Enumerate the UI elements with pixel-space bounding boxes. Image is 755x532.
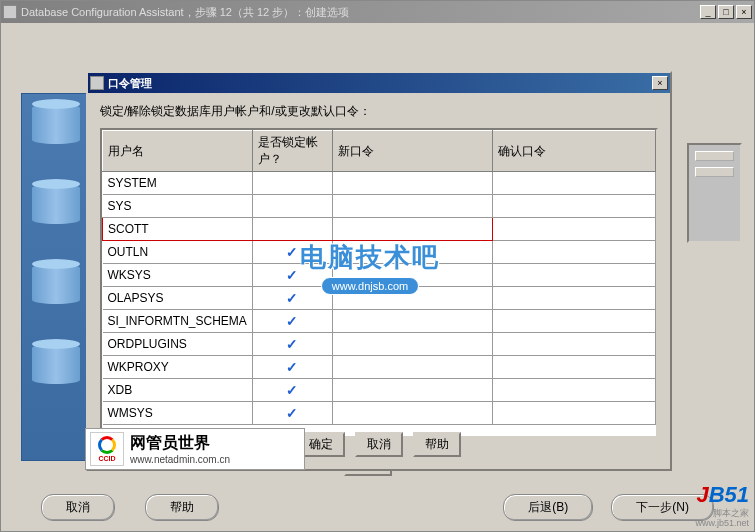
- maximize-button[interactable]: □: [718, 5, 734, 19]
- cell-confirm-password[interactable]: [492, 287, 655, 310]
- cell-username[interactable]: XDB: [103, 379, 253, 402]
- cell-new-password[interactable]: [332, 310, 492, 333]
- column-header-confirm-password[interactable]: 确认口令: [492, 131, 655, 172]
- check-icon: ✓: [258, 405, 327, 421]
- cell-new-password[interactable]: [332, 218, 492, 241]
- cell-username[interactable]: SI_INFORMTN_SCHEMA: [103, 310, 253, 333]
- jb51-b: B51: [709, 482, 749, 507]
- cell-new-password[interactable]: [332, 287, 492, 310]
- password-management-dialog: 口令管理 × 锁定/解除锁定数据库用户帐户和/或更改默认口令： 用户名 是否锁定…: [86, 71, 672, 471]
- check-icon: ✓: [258, 290, 327, 306]
- cell-locked[interactable]: ✓: [252, 310, 332, 333]
- watermark-brand: 网管员世界: [130, 433, 230, 454]
- cell-new-password[interactable]: [332, 195, 492, 218]
- table-row[interactable]: ORDPLUGINS✓: [103, 333, 656, 356]
- cell-locked[interactable]: ✓: [252, 379, 332, 402]
- table-row[interactable]: OLAPSYS✓: [103, 287, 656, 310]
- cell-new-password[interactable]: [332, 241, 492, 264]
- side-panel: [687, 143, 742, 243]
- jb51-j: J: [696, 482, 708, 507]
- column-header-locked[interactable]: 是否锁定帐户？: [252, 131, 332, 172]
- dialog-close-button[interactable]: ×: [652, 76, 668, 90]
- cell-locked[interactable]: [252, 195, 332, 218]
- check-icon: ✓: [258, 313, 327, 329]
- jb51-url: www.jb51.net: [695, 518, 749, 528]
- cell-username[interactable]: ORDPLUGINS: [103, 333, 253, 356]
- cell-locked[interactable]: ✓: [252, 356, 332, 379]
- table-row[interactable]: SCOTT: [103, 218, 656, 241]
- main-title: Database Configuration Assistant，步骤 12（共…: [21, 5, 700, 20]
- database-icon: [32, 184, 80, 244]
- minimize-button[interactable]: _: [700, 5, 716, 19]
- table-row[interactable]: SYS: [103, 195, 656, 218]
- check-icon: ✓: [258, 359, 327, 375]
- cell-username[interactable]: OLAPSYS: [103, 287, 253, 310]
- cell-confirm-password[interactable]: [492, 218, 655, 241]
- wizard-back-button[interactable]: 后退(B): [503, 494, 593, 521]
- check-icon: ✓: [258, 244, 327, 260]
- ccid-logo: CCID: [90, 432, 124, 466]
- dialog-title: 口令管理: [108, 76, 652, 91]
- table-row[interactable]: WMSYS✓: [103, 402, 656, 425]
- cell-confirm-password[interactable]: [492, 172, 655, 195]
- wizard-cancel-button[interactable]: 取消: [41, 494, 115, 521]
- help-button[interactable]: 帮助: [413, 432, 461, 457]
- cell-locked[interactable]: [252, 218, 332, 241]
- cell-confirm-password[interactable]: [492, 195, 655, 218]
- cell-username[interactable]: SCOTT: [103, 218, 253, 241]
- cell-new-password[interactable]: [332, 264, 492, 287]
- cell-confirm-password[interactable]: [492, 264, 655, 287]
- watermark-netadmin: CCID 网管员世界 www.netadmin.com.cn: [85, 428, 305, 470]
- cell-locked[interactable]: ✓: [252, 287, 332, 310]
- wizard-help-button[interactable]: 帮助: [145, 494, 219, 521]
- cell-username[interactable]: WMSYS: [103, 402, 253, 425]
- user-table-container: 用户名 是否锁定帐户？ 新口令 确认口令 SYSTEMSYSSCOTTOUTLN…: [100, 128, 658, 438]
- cell-username[interactable]: WKPROXY: [103, 356, 253, 379]
- table-row[interactable]: OUTLN✓: [103, 241, 656, 264]
- table-row[interactable]: SYSTEM: [103, 172, 656, 195]
- close-button[interactable]: ×: [736, 5, 752, 19]
- column-header-new-password[interactable]: 新口令: [332, 131, 492, 172]
- cell-confirm-password[interactable]: [492, 402, 655, 425]
- panel-slab: [695, 151, 734, 161]
- table-row[interactable]: XDB✓: [103, 379, 656, 402]
- database-icon: [32, 264, 80, 324]
- ccid-ring-icon: [98, 436, 116, 454]
- cell-confirm-password[interactable]: [492, 333, 655, 356]
- app-icon: [3, 5, 17, 19]
- column-header-username[interactable]: 用户名: [103, 131, 253, 172]
- cell-locked[interactable]: ✓: [252, 333, 332, 356]
- table-row[interactable]: SI_INFORMTN_SCHEMA✓: [103, 310, 656, 333]
- user-accounts-table: 用户名 是否锁定帐户？ 新口令 确认口令 SYSTEMSYSSCOTTOUTLN…: [102, 130, 656, 425]
- wizard-button-bar: 取消 帮助 后退(B) 下一步(N): [1, 494, 754, 521]
- cell-new-password[interactable]: [332, 356, 492, 379]
- cell-username[interactable]: WKSYS: [103, 264, 253, 287]
- dialog-titlebar: 口令管理 ×: [88, 73, 670, 93]
- cell-new-password[interactable]: [332, 172, 492, 195]
- jb51-sub: 脚本之家: [695, 508, 749, 518]
- cell-locked[interactable]: ✓: [252, 241, 332, 264]
- cancel-button[interactable]: 取消: [355, 432, 403, 457]
- watermark-jb51: JB51 脚本之家 www.jb51.net: [695, 482, 749, 528]
- cell-new-password[interactable]: [332, 333, 492, 356]
- cell-new-password[interactable]: [332, 379, 492, 402]
- cell-confirm-password[interactable]: [492, 356, 655, 379]
- cell-confirm-password[interactable]: [492, 379, 655, 402]
- ccid-text: CCID: [98, 455, 115, 462]
- check-icon: ✓: [258, 336, 327, 352]
- cell-new-password[interactable]: [332, 402, 492, 425]
- check-icon: ✓: [258, 267, 327, 283]
- cell-locked[interactable]: [252, 172, 332, 195]
- database-icon: [32, 344, 80, 404]
- cell-username[interactable]: SYS: [103, 195, 253, 218]
- panel-slab: [695, 167, 734, 177]
- cell-locked[interactable]: ✓: [252, 402, 332, 425]
- cell-locked[interactable]: ✓: [252, 264, 332, 287]
- cell-username[interactable]: OUTLN: [103, 241, 253, 264]
- cell-username[interactable]: SYSTEM: [103, 172, 253, 195]
- cell-confirm-password[interactable]: [492, 310, 655, 333]
- watermark-brand-url: www.netadmin.com.cn: [130, 454, 230, 465]
- cell-confirm-password[interactable]: [492, 241, 655, 264]
- table-row[interactable]: WKSYS✓: [103, 264, 656, 287]
- table-row[interactable]: WKPROXY✓: [103, 356, 656, 379]
